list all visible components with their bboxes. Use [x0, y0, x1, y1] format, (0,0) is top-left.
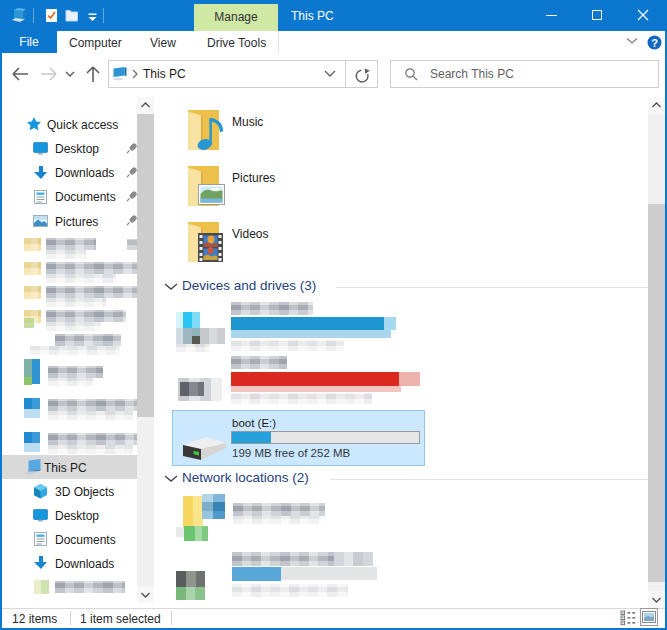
- svg-text:?: ?: [651, 37, 658, 49]
